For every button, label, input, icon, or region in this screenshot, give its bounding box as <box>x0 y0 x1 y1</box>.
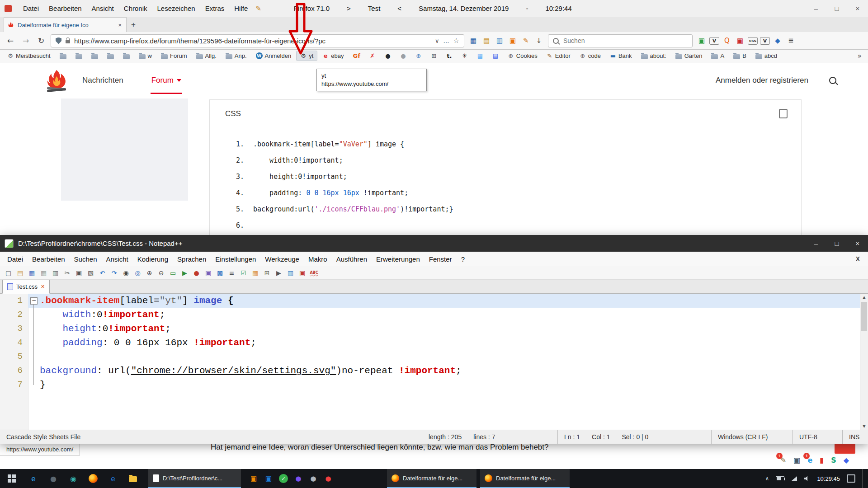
status-insert-mode[interactable]: INS <box>843 430 868 444</box>
extension-icon[interactable]: ▤ <box>481 36 492 46</box>
search-bar[interactable] <box>548 34 693 47</box>
bookmark-item[interactable]: about: <box>637 51 670 61</box>
nav-nachrichten[interactable]: Nachrichten <box>82 76 123 85</box>
notification-icon[interactable]: ◆ <box>844 455 849 465</box>
document-close-icon[interactable]: X <box>856 255 865 263</box>
extension-icon[interactable]: ▥ <box>494 36 505 46</box>
pinned-app-icon[interactable] <box>123 469 143 488</box>
toolbar-icon[interactable]: ▶ <box>180 268 189 277</box>
menubar-item[interactable]: Hilfe <box>229 5 253 12</box>
bookmark-item[interactable]: ⊕ <box>412 51 425 61</box>
extension-icon[interactable]: ◆ <box>772 36 783 46</box>
extension-icon[interactable]: V <box>709 37 719 45</box>
lock-icon[interactable] <box>66 40 70 43</box>
alert-badge-red[interactable] <box>835 443 855 454</box>
extension-icon[interactable]: ▣ <box>696 36 707 46</box>
extension-icon[interactable]: css <box>748 37 758 45</box>
extension-icon[interactable]: ▣ <box>735 36 745 46</box>
bookmark-item[interactable]: w <box>135 51 156 61</box>
tray-expand-icon[interactable]: ∧ <box>765 475 769 482</box>
notepad-menu-item[interactable]: Bearbeiten <box>28 255 70 263</box>
toolbar-icon[interactable]: ⊕ <box>145 268 154 277</box>
chevron-down-icon[interactable]: ∨ <box>435 38 439 44</box>
site-search-icon[interactable] <box>829 77 836 84</box>
bookmark-item[interactable]: Forum <box>157 51 191 61</box>
toolbar-icon[interactable]: ▭ <box>168 268 178 277</box>
page-actions-icon[interactable]: … <box>443 38 449 44</box>
close-button[interactable]: × <box>847 235 868 252</box>
notepad-menu-item[interactable]: Datei <box>3 255 28 263</box>
maximize-button[interactable]: □ <box>826 235 847 252</box>
pinned-app-icon[interactable]: ● <box>43 469 63 488</box>
bookmark-item[interactable]: ▬ Bank <box>606 51 636 61</box>
bookmark-item[interactable] <box>88 52 102 61</box>
bookmark-item[interactable]: Gf <box>349 51 363 61</box>
toolbar-icon[interactable]: ▩ <box>215 268 225 277</box>
notepad-menu-item[interactable]: Kodierung <box>133 255 173 263</box>
bookmark-item[interactable]: ● <box>396 51 410 61</box>
tracking-shield-icon[interactable] <box>56 38 61 44</box>
menubar-item[interactable]: Datei <box>18 5 44 12</box>
toolbar-icon[interactable]: ▦ <box>27 268 37 277</box>
notification-icon[interactable]: ▣ <box>793 455 800 465</box>
toolbar-icon[interactable]: ☑ <box>239 268 248 277</box>
new-tab-button[interactable]: + <box>127 17 140 32</box>
notepad-menu-item[interactable]: Werkzeuge <box>260 255 304 263</box>
notepad-menu-item[interactable]: Ausführen <box>332 255 372 263</box>
app-icon[interactable]: ▣ <box>249 474 258 483</box>
app-icon[interactable]: ● <box>294 474 303 483</box>
tab-close-icon[interactable]: × <box>117 22 123 28</box>
toolbar-icon[interactable]: ABC <box>309 268 319 277</box>
bookmark-star-icon[interactable]: ☆ <box>453 37 459 45</box>
notepad-menu-item[interactable]: Erweiterungen <box>372 255 425 263</box>
pencil-icon[interactable]: ✎ <box>255 5 261 13</box>
taskbar-button-firefox-2[interactable]: Dateiformate für eige... <box>480 469 570 488</box>
pinned-app-icon[interactable]: e <box>103 469 123 488</box>
toolbar-icon[interactable]: ▧ <box>86 268 95 277</box>
toolbar-icon[interactable]: ▥ <box>51 268 60 277</box>
toolbar-icon[interactable]: ▢ <box>4 268 13 277</box>
notepad-editor[interactable]: 1−.bookmark-item[label="yt"] image {2 wi… <box>0 294 868 430</box>
taskbar-button-notepad[interactable]: D:\Test\Profilordner\c... <box>148 469 241 488</box>
toolbar-icon[interactable]: ✂ <box>62 268 72 277</box>
nav-forum[interactable]: Forum <box>151 62 181 99</box>
notepad-menu-item[interactable]: Suchen <box>70 255 102 263</box>
toolbar-icon[interactable]: ● <box>192 268 201 277</box>
toolbar-icon[interactable]: ≡ <box>227 268 236 277</box>
url-text[interactable]: https://www.camp-firefox.de/forum/thema/… <box>74 37 431 45</box>
toolbar-icon[interactable]: ▶ <box>274 268 283 277</box>
notepad-titlebar[interactable]: D:\Test\Profilordner\chrome\CSS\Test.css… <box>0 235 868 252</box>
extension-icon[interactable]: ✎ <box>520 36 531 46</box>
minimize-button[interactable]: – <box>806 0 826 17</box>
pinned-app-icon[interactable] <box>83 469 103 488</box>
toolbar-icon[interactable]: ▦ <box>39 268 48 277</box>
menubar-item[interactable]: Ansicht <box>87 5 119 12</box>
bookmark-item[interactable]: ⊞ <box>427 51 441 61</box>
bookmark-item[interactable]: ⚙ Meistbesucht <box>4 51 54 61</box>
maximize-button[interactable]: □ <box>826 0 847 17</box>
notification-icon[interactable]: ✎ 1 <box>780 455 786 465</box>
bookmark-item[interactable] <box>72 52 86 61</box>
bookmark-item[interactable]: Garten <box>672 51 706 61</box>
status-encoding[interactable]: UTF-8 <box>793 430 843 444</box>
extension-icon[interactable]: ▣ <box>507 36 518 46</box>
app-icon[interactable]: ▣ <box>264 474 273 483</box>
bookmark-item[interactable]: Allg. <box>193 51 220 61</box>
notepad-menu-item[interactable]: Ansicht <box>101 255 132 263</box>
notepad-menu-item[interactable]: Sprachen <box>173 255 211 263</box>
copy-icon[interactable] <box>779 109 788 118</box>
minimize-button[interactable]: – <box>806 235 826 252</box>
extension-icon[interactable]: ▦ <box>468 36 479 46</box>
menubar-item[interactable]: Extras <box>200 5 230 12</box>
toolbar-icon[interactable]: ▣ <box>297 268 307 277</box>
extension-icon[interactable]: Q <box>722 36 732 46</box>
pinned-app-icon[interactable]: e <box>24 469 43 488</box>
extension-icon[interactable]: V <box>760 37 770 45</box>
toolbar-icon[interactable]: ▦ <box>250 268 260 277</box>
notepad-menu-item[interactable]: ? <box>457 255 469 263</box>
search-input[interactable] <box>562 37 688 45</box>
bookmark-item[interactable] <box>119 52 133 61</box>
bookmark-item[interactable]: abcd <box>752 51 781 61</box>
bookmark-item[interactable]: Anp. <box>222 51 250 61</box>
notification-icon[interactable]: ▮ <box>820 455 824 465</box>
